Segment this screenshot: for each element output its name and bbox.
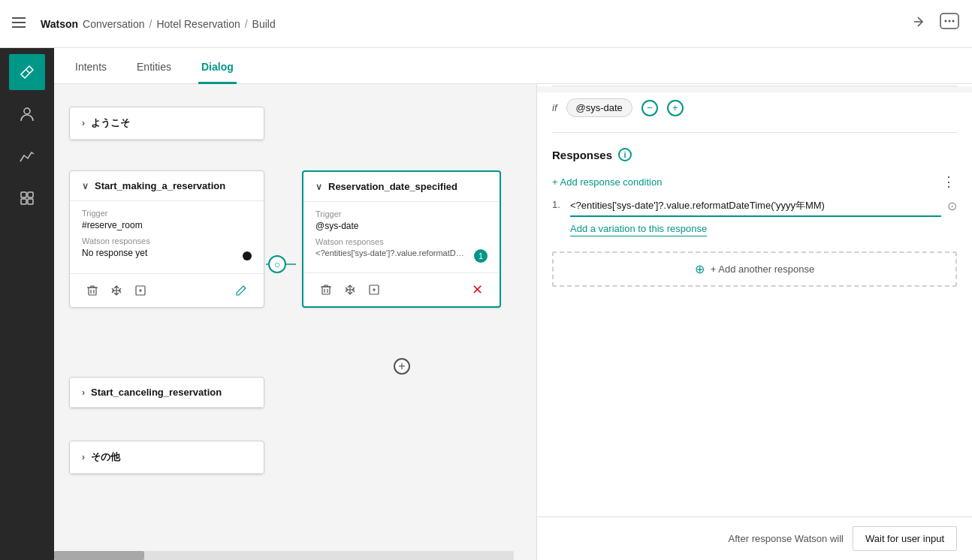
add-variation-btn[interactable]: Add a variation to this response: [570, 223, 707, 236]
breadcrumb-build[interactable]: Build: [252, 18, 276, 30]
svg-rect-2: [12, 26, 26, 28]
trigger-value: #reserve_room: [82, 220, 252, 230]
svg-rect-9: [28, 192, 33, 197]
divider-responses: [552, 132, 957, 133]
right-panel: Reservation_date_specified ✕ if @sys-dat…: [536, 48, 972, 560]
add-condition-btn[interactable]: +: [667, 100, 684, 116]
responses-title: Responses i: [552, 148, 957, 161]
response-text[interactable]: <?entities['sys-date']?.value.reformatDa…: [570, 199, 941, 217]
sidebar-item-person[interactable]: [9, 96, 45, 132]
node-start-res-body: Trigger #reserve_room Watson responses N…: [70, 201, 264, 273]
dialog-node-reservation-date: ∨ Reservation_date_specified Trigger @sy…: [302, 170, 501, 308]
connector-circle[interactable]: ○: [268, 255, 286, 273]
edit-node-btn[interactable]: [231, 280, 252, 301]
right-panel-footer: After response Watson will Wait for user…: [537, 516, 972, 560]
canvas-hscroll-thumb[interactable]: [54, 551, 144, 560]
breadcrumb-sep1: /: [149, 18, 152, 30]
response-dot: [243, 251, 252, 260]
response-badge: 1: [474, 249, 488, 263]
svg-rect-13: [89, 288, 96, 295]
sidebar-item-grid[interactable]: [9, 180, 45, 216]
svg-rect-8: [21, 192, 26, 197]
node-canceling-header[interactable]: › Start_canceling_reservation: [70, 378, 264, 408]
svg-point-7: [24, 108, 30, 114]
add-another-label: + Add another response: [711, 263, 814, 275]
add-child-node-btn[interactable]: +: [394, 358, 410, 375]
node-start-res-footer: [70, 273, 264, 307]
responses-section: Responses i + Add response condition ⋮ 1…: [552, 139, 957, 287]
remove-condition-btn[interactable]: −: [641, 100, 658, 116]
more-options-btn[interactable]: ⋮: [942, 173, 957, 190]
if-label: if: [552, 102, 557, 113]
add-another-response-btn[interactable]: ⊕ + Add another response: [552, 251, 957, 287]
res-trigger-value: @sys-date: [315, 221, 488, 231]
svg-point-4: [945, 20, 947, 23]
canvas-scroll[interactable]: › ようこそ ∨ Start_making_a_reservation Trig…: [54, 84, 526, 560]
nav-tabs: Intents Entities Dialog: [54, 48, 972, 84]
dialog-node-welcome: › ようこそ: [69, 107, 264, 140]
panel-scroll-indicator: [537, 86, 972, 92]
breadcrumb-sep2: /: [245, 18, 248, 30]
right-panel-body: if @sys-date − + Responses i + Add respo…: [537, 92, 972, 516]
dialog-node-start-reservation: ∨ Start_making_a_reservation Trigger #re…: [69, 170, 264, 308]
menu-icon[interactable]: [12, 17, 26, 30]
node-start-res-title: Start_making_a_reservation: [95, 180, 225, 191]
wait-for-user-input-btn[interactable]: Wait for user input: [853, 526, 957, 551]
svg-rect-11: [28, 199, 33, 204]
node-res-date-header[interactable]: ∨ Reservation_date_specified: [303, 172, 500, 202]
tab-intents[interactable]: Intents: [72, 52, 110, 84]
node-other-header[interactable]: › その他: [70, 441, 264, 474]
response-number: 1.: [552, 199, 564, 210]
dialog-node-other: › その他: [69, 441, 264, 474]
node-start-res-header[interactable]: ∨ Start_making_a_reservation: [70, 171, 264, 201]
watson-response-value: No response yet: [82, 248, 147, 258]
response-item: 1. <?entities['sys-date']?.value.reforma…: [552, 199, 957, 217]
add-another-icon: ⊕: [695, 262, 705, 276]
responses-info-icon[interactable]: i: [618, 148, 632, 161]
back-icon[interactable]: [912, 14, 927, 33]
topbar: Watson Conversation / Hotel Reservation …: [0, 0, 972, 48]
svg-point-5: [949, 20, 951, 23]
sidebar-item-chart[interactable]: [9, 138, 45, 174]
breadcrumb-hotel[interactable]: Hotel Reservation: [156, 18, 240, 30]
trigger-label: Trigger: [82, 209, 252, 218]
sidebar: [0, 48, 54, 560]
svg-rect-10: [21, 199, 26, 204]
add-response-condition-btn[interactable]: + Add response condition: [552, 176, 662, 188]
topbar-actions: [912, 12, 960, 35]
svg-rect-0: [12, 17, 26, 19]
canvas-hscroll[interactable]: [54, 551, 514, 560]
delete-res-node-btn[interactable]: [315, 279, 337, 300]
node-res-date-body: Trigger @sys-date Watson responses <?ent…: [303, 202, 500, 272]
svg-point-6: [952, 20, 955, 23]
res-response-label: Watson responses: [315, 237, 488, 246]
breadcrumb-watson[interactable]: Watson: [41, 18, 78, 30]
chevron-icon: ›: [82, 118, 85, 128]
chevron-expand-icon: ∨: [82, 181, 89, 191]
move-node-btn[interactable]: [106, 280, 127, 301]
expand-res-node-btn[interactable]: [364, 279, 385, 300]
node-other-title: その他: [91, 450, 120, 464]
after-response-label: After response Watson will: [729, 533, 844, 544]
remove-response-btn[interactable]: ⊙: [947, 199, 957, 213]
node-canceling-title: Start_canceling_reservation: [91, 387, 222, 398]
sidebar-item-tools[interactable]: [9, 54, 45, 90]
node-res-date-title: Reservation_date_specified: [328, 181, 457, 192]
node-res-date-footer: ✕: [303, 272, 500, 306]
watson-response-label: Watson responses: [82, 236, 252, 245]
node-welcome-header[interactable]: › ようこそ: [70, 107, 264, 140]
breadcrumb-conversation[interactable]: Conversation: [83, 18, 145, 30]
condition-pill[interactable]: @sys-date: [566, 98, 632, 117]
tab-entities[interactable]: Entities: [134, 52, 174, 84]
responses-label: Responses: [552, 149, 612, 161]
delete-node-btn[interactable]: [82, 280, 103, 301]
add-variation-row: Add a variation to this response: [552, 223, 957, 236]
tab-dialog[interactable]: Dialog: [198, 52, 237, 84]
close-res-node-btn[interactable]: ✕: [466, 279, 488, 300]
svg-rect-1: [12, 22, 26, 23]
move-res-node-btn[interactable]: [340, 279, 361, 300]
breadcrumb: Watson Conversation / Hotel Reservation …: [41, 18, 276, 30]
chevron-cancel-icon: ›: [82, 387, 85, 398]
expand-node-btn[interactable]: [130, 280, 151, 301]
chat-icon[interactable]: [939, 12, 960, 35]
